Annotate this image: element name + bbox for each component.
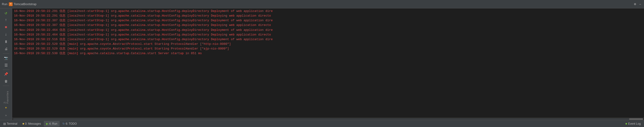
log-line: 16-Nov-2018 20:58:22.291 信息 [localhost-s… — [12, 14, 644, 18]
toolbar-separator-2 — [3, 70, 9, 70]
log-area: 16-Nov-2018 20:58:22.291 信息 [localhost-s… — [12, 9, 644, 120]
log-line: 16-Nov-2018 20:58:22.387 信息 [localhost-s… — [12, 18, 644, 23]
star-button[interactable]: ★ — [2, 104, 10, 111]
toolbar-separator-3 — [3, 86, 9, 86]
left-toolbar: ↺ ↑ ■ ↓ ⏸ 🖨 📷 ☰ 📌 🗑 2: Favorites ★ » — [0, 9, 12, 120]
top-bar: Run T TomcatBootstrap ⚙ – — [0, 0, 644, 9]
log-line: 16-Nov-2018 20:58:22.530 信息 [main] org.a… — [12, 51, 644, 56]
minimize-icon[interactable]: – — [638, 2, 642, 7]
tab-terminal-icon: ▤ — [3, 122, 6, 125]
format-button[interactable]: ☰ — [2, 62, 10, 69]
settings-icon[interactable]: ⚙ — [633, 2, 637, 7]
tomcat-icon: T — [9, 2, 12, 6]
pause-button[interactable]: ⏸ — [2, 39, 10, 45]
log-line: 16-Nov-2018 20:58:22.520 信息 [main] org.a… — [12, 42, 644, 46]
main-layout: ↺ ↑ ■ ↓ ⏸ 🖨 📷 ☰ 📌 🗑 2: Favorites ★ » 16-… — [0, 9, 644, 120]
stop-button[interactable]: ■ — [2, 24, 10, 31]
event-log-tab[interactable]: ■ Event Log — [623, 121, 643, 126]
rerun-button[interactable]: ↺ — [2, 9, 10, 16]
scrollbar-area[interactable] — [12, 118, 644, 120]
bottom-bar: ▤Terminal■0: Messages▶4: Run↻6: TODO ■ E… — [0, 120, 644, 127]
scrollbar-thumb[interactable] — [629, 118, 643, 120]
tab-run-label: 4: Run — [49, 122, 57, 125]
log-line: 16-Nov-2018 20:58:22.529 信息 [main] org.a… — [12, 46, 644, 51]
tab-terminal[interactable]: ▤Terminal — [1, 121, 20, 126]
print-button[interactable]: 🖨 — [2, 46, 10, 53]
pin-button[interactable]: 📌 — [2, 71, 10, 77]
log-content: 16-Nov-2018 20:58:22.291 信息 [localhost-s… — [12, 9, 644, 118]
tab-run-icon: ▶ — [46, 122, 48, 125]
scroll-up-button[interactable]: ↑ — [2, 17, 10, 23]
event-log-label: Event Log — [628, 122, 641, 125]
log-line: 16-Nov-2018 20:58:22.516 信息 [localhost-s… — [12, 37, 644, 42]
top-bar-title: TomcatBootstrap — [14, 2, 36, 6]
log-line: 16-Nov-2018 20:58:22.387 信息 [localhost-s… — [12, 23, 644, 28]
scroll-down-button[interactable]: ↓ — [2, 31, 10, 38]
toolbar-separator-1 — [3, 53, 9, 54]
log-line: 16-Nov-2018 20:58:22.291 信息 [localhost-s… — [12, 9, 644, 14]
tab-todo-label: 6: TODO — [66, 122, 77, 125]
top-bar-icons: ⚙ – — [633, 2, 642, 7]
tab-terminal-label: Terminal — [7, 122, 17, 125]
tab-todo-icon: ↻ — [62, 122, 65, 125]
log-line: 16-Nov-2018 20:58:22.464 信息 [localhost-s… — [12, 28, 644, 33]
tab-run[interactable]: ▶4: Run — [44, 121, 60, 126]
trash-button[interactable]: 🗑 — [2, 78, 10, 85]
log-line: 16-Nov-2018 20:58:22.464 信息 [localhost-s… — [12, 33, 644, 37]
screenshot-button[interactable]: 📷 — [2, 55, 10, 61]
tab-messages-icon: ■ — [22, 122, 24, 125]
expand-button[interactable]: » — [2, 112, 10, 119]
favorites-label: 2: Favorites — [3, 87, 9, 103]
run-label: Run — [2, 2, 8, 6]
scrollbar-track[interactable] — [13, 118, 643, 120]
event-log-icon: ■ — [625, 122, 627, 125]
tab-messages-label: 0: Messages — [25, 122, 41, 125]
tab-messages[interactable]: ■0: Messages — [20, 121, 43, 126]
tab-todo[interactable]: ↻6: TODO — [60, 121, 79, 126]
